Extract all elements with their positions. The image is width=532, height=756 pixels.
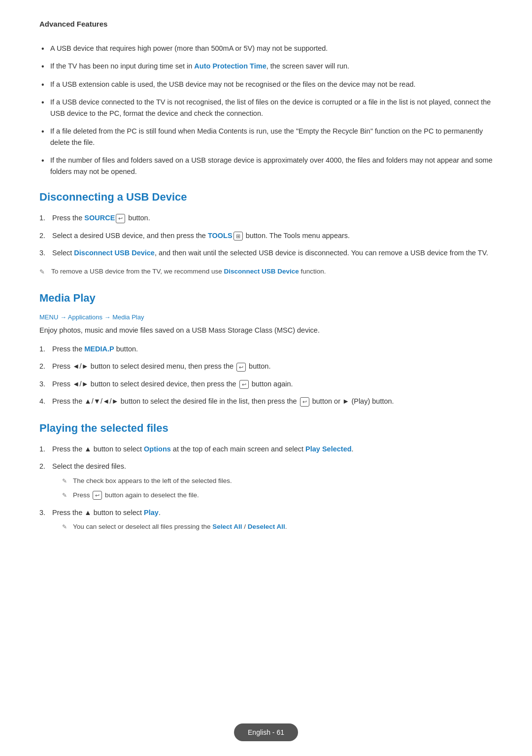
source-icon: ↩ [116, 214, 125, 223]
enter-icon-4: ↩ [300, 397, 309, 406]
playing-steps: 1. Press the ▲ button to select Options … [39, 444, 493, 532]
tools-icon: ⊞ [233, 232, 243, 241]
menu-arrow-2: → [104, 313, 113, 321]
bullet-item-5: If a file deleted from the PC is still f… [39, 126, 493, 148]
source-highlight: SOURCE [84, 214, 115, 222]
page-content: Advanced Features A USB device that requ… [0, 0, 532, 596]
page-footer: English - 61 [234, 723, 298, 741]
media-play-description: Enjoy photos, music and movie files save… [39, 325, 493, 336]
playing-sub-notes-2: You can select or deselect all files pre… [62, 522, 493, 532]
disconnect-notes: To remove a USB device from the TV, we r… [39, 267, 493, 277]
disconnect-step-1: 1. Press the SOURCE↩ button. [39, 212, 493, 223]
mediap-highlight: MEDIA.P [84, 345, 114, 353]
playing-title: Playing the selected files [39, 422, 493, 435]
media-play-label: Media Play [112, 313, 144, 321]
select-all-highlight: Select All [212, 523, 242, 530]
auto-protection-time-link: Auto Protection Time [194, 62, 266, 70]
enter-icon-3: ↩ [239, 380, 249, 389]
disconnect-section: Disconnecting a USB Device 1. Press the … [39, 191, 493, 276]
disconnect-note-1: To remove a USB device from the TV, we r… [39, 267, 493, 277]
media-play-step-4: 4. Press the ▲/▼/◄/► button to select th… [39, 396, 493, 407]
media-play-section: Media Play MENU → Applications → Media P… [39, 292, 493, 407]
deselect-all-highlight: Deselect All [248, 523, 285, 530]
footer-label: English - 61 [248, 728, 284, 736]
menu-arrow-1: → [60, 313, 68, 321]
media-play-menu-path: MENU → Applications → Media Play [39, 313, 493, 321]
playing-sub-note-3: You can select or deselect all files pre… [62, 522, 493, 532]
playing-section: Playing the selected files 1. Press the … [39, 422, 493, 532]
enter-icon-sub: ↩ [93, 491, 102, 500]
media-play-steps: 1. Press the MEDIA.P button. 2. Press ◄/… [39, 344, 493, 407]
disconnect-usb-highlight: Disconnect USB Device [74, 249, 155, 257]
bullet-item-6: If the number of files and folders saved… [39, 155, 493, 177]
playing-sub-notes: The check box appears to the left of the… [62, 476, 493, 501]
enter-icon-2: ↩ [236, 363, 246, 372]
bullet-item-3: If a USB extension cable is used, the US… [39, 79, 493, 90]
menu-label: MENU [39, 313, 58, 321]
media-play-step-3: 3. Press ◄/► button to select desired de… [39, 378, 493, 389]
advanced-features-bullets: A USB device that requires high power (m… [39, 43, 493, 177]
play-highlight: Play [144, 509, 159, 516]
applications-label: Applications [68, 313, 102, 321]
media-play-step-2: 2. Press ◄/► button to select desired me… [39, 361, 493, 372]
disconnect-step-3: 3. Select Disconnect USB Device, and the… [39, 247, 493, 258]
options-highlight: Options [144, 445, 171, 453]
playing-step-3: 3. Press the ▲ button to select Play. Yo… [39, 507, 493, 532]
bullet-item-2: If the TV has been no input during time … [39, 61, 493, 71]
playing-step-2: 2. Select the desired files. The check b… [39, 461, 493, 500]
media-play-title: Media Play [39, 292, 493, 305]
bullet-item-1: A USB device that requires high power (m… [39, 43, 493, 54]
advanced-features-heading: Advanced Features [39, 20, 493, 28]
disconnect-usb-note-link: Disconnect USB Device [224, 268, 299, 275]
bullet-item-4: If a USB device connected to the TV is n… [39, 97, 493, 119]
playing-step-1: 1. Press the ▲ button to select Options … [39, 444, 493, 454]
play-selected-highlight: Play Selected [305, 445, 352, 453]
tools-highlight: TOOLS [208, 232, 233, 240]
disconnect-steps: 1. Press the SOURCE↩ button. 2. Select a… [39, 212, 493, 258]
playing-sub-note-1: The check box appears to the left of the… [62, 476, 493, 486]
media-play-step-1: 1. Press the MEDIA.P button. [39, 344, 493, 354]
disconnect-step-2: 2. Select a desired USB device, and then… [39, 230, 493, 241]
playing-sub-note-2: Press ↩ button again to deselect the fil… [62, 490, 493, 501]
disconnect-title: Disconnecting a USB Device [39, 191, 493, 204]
